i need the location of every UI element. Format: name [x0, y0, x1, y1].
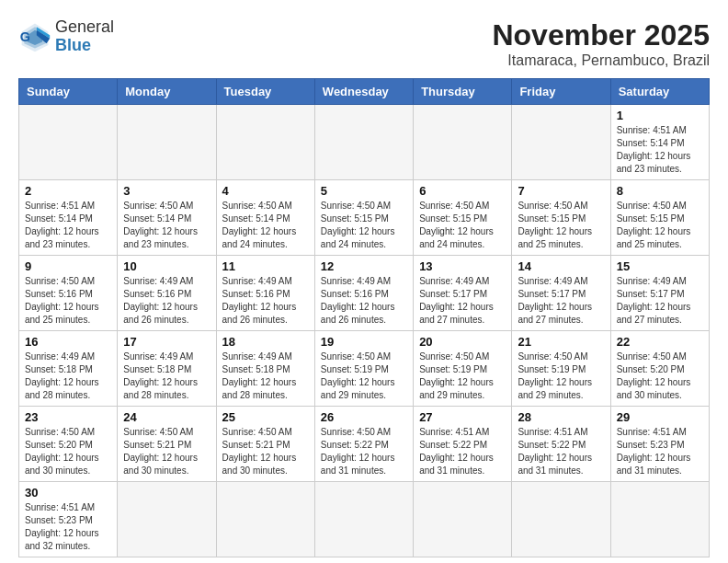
calendar-cell: [118, 482, 216, 557]
calendar-header-thursday: Thursday: [414, 79, 512, 105]
calendar-cell: [216, 105, 314, 180]
page-subtitle: Itamaraca, Pernambuco, Brazil: [492, 52, 710, 69]
calendar-cell: 22Sunrise: 4:50 AM Sunset: 5:20 PM Dayli…: [610, 331, 709, 407]
calendar-cell: [610, 482, 709, 557]
day-number: 5: [321, 184, 407, 198]
day-info: Sunrise: 4:50 AM Sunset: 5:14 PM Dayligh…: [222, 200, 309, 251]
day-info: Sunrise: 4:49 AM Sunset: 5:17 PM Dayligh…: [518, 275, 604, 327]
day-number: 17: [123, 335, 210, 349]
calendar-header-friday: Friday: [512, 79, 610, 105]
calendar-week-6: 30Sunrise: 4:51 AM Sunset: 5:23 PM Dayli…: [19, 482, 710, 557]
day-number: 27: [419, 410, 506, 424]
calendar-week-5: 23Sunrise: 4:50 AM Sunset: 5:20 PM Dayli…: [19, 407, 710, 482]
logo-general: General: [55, 18, 114, 37]
day-info: Sunrise: 4:51 AM Sunset: 5:22 PM Dayligh…: [518, 426, 604, 477]
day-info: Sunrise: 4:50 AM Sunset: 5:15 PM Dayligh…: [617, 200, 703, 251]
calendar-week-1: 1Sunrise: 4:51 AM Sunset: 5:14 PM Daylig…: [19, 105, 710, 180]
calendar-cell: 18Sunrise: 4:49 AM Sunset: 5:18 PM Dayli…: [216, 331, 314, 407]
calendar-cell: [314, 105, 413, 180]
day-info: Sunrise: 4:49 AM Sunset: 5:16 PM Dayligh…: [222, 275, 309, 327]
day-number: 22: [617, 335, 703, 349]
day-info: Sunrise: 4:50 AM Sunset: 5:21 PM Dayligh…: [222, 426, 309, 477]
day-number: 1: [617, 109, 703, 122]
day-number: 12: [321, 259, 407, 273]
calendar-cell: [512, 105, 610, 180]
calendar-cell: 16Sunrise: 4:49 AM Sunset: 5:18 PM Dayli…: [19, 331, 118, 407]
calendar-header-saturday: Saturday: [610, 79, 709, 105]
day-number: 23: [25, 410, 111, 424]
day-number: 30: [25, 486, 111, 500]
day-info: Sunrise: 4:50 AM Sunset: 5:19 PM Dayligh…: [419, 350, 506, 402]
day-number: 10: [123, 259, 210, 273]
day-number: 18: [222, 335, 309, 349]
calendar-table: SundayMondayTuesdayWednesdayThursdayFrid…: [18, 78, 710, 557]
calendar-cell: 26Sunrise: 4:50 AM Sunset: 5:22 PM Dayli…: [314, 407, 413, 482]
calendar-cell: 23Sunrise: 4:50 AM Sunset: 5:20 PM Dayli…: [19, 407, 118, 482]
calendar-cell: [414, 482, 512, 557]
day-number: 14: [518, 259, 604, 273]
calendar-cell: 19Sunrise: 4:50 AM Sunset: 5:19 PM Dayli…: [314, 331, 413, 407]
logo: G General Blue: [18, 18, 114, 55]
day-info: Sunrise: 4:50 AM Sunset: 5:20 PM Dayligh…: [25, 426, 111, 477]
day-number: 16: [25, 335, 111, 349]
day-info: Sunrise: 4:51 AM Sunset: 5:14 PM Dayligh…: [617, 124, 703, 176]
day-number: 13: [419, 259, 506, 273]
day-number: 7: [518, 184, 604, 198]
day-info: Sunrise: 4:50 AM Sunset: 5:19 PM Dayligh…: [321, 350, 407, 402]
calendar-cell: 11Sunrise: 4:49 AM Sunset: 5:16 PM Dayli…: [216, 256, 314, 331]
calendar-cell: 8Sunrise: 4:50 AM Sunset: 5:15 PM Daylig…: [610, 180, 709, 256]
day-info: Sunrise: 4:50 AM Sunset: 5:22 PM Dayligh…: [321, 426, 407, 477]
svg-text:G: G: [20, 29, 30, 44]
calendar-cell: 14Sunrise: 4:49 AM Sunset: 5:17 PM Dayli…: [512, 256, 610, 331]
calendar-cell: 10Sunrise: 4:49 AM Sunset: 5:16 PM Dayli…: [118, 256, 216, 331]
day-info: Sunrise: 4:49 AM Sunset: 5:16 PM Dayligh…: [123, 275, 210, 327]
calendar-cell: 3Sunrise: 4:50 AM Sunset: 5:14 PM Daylig…: [118, 180, 216, 256]
calendar-cell: 1Sunrise: 4:51 AM Sunset: 5:14 PM Daylig…: [610, 105, 709, 180]
day-number: 11: [222, 259, 309, 273]
day-info: Sunrise: 4:51 AM Sunset: 5:14 PM Dayligh…: [25, 200, 111, 251]
day-number: 3: [123, 184, 210, 198]
day-info: Sunrise: 4:50 AM Sunset: 5:15 PM Dayligh…: [419, 200, 506, 251]
day-number: 20: [419, 335, 506, 349]
day-number: 9: [25, 259, 111, 273]
day-number: 4: [222, 184, 309, 198]
day-number: 21: [518, 335, 604, 349]
calendar-cell: 13Sunrise: 4:49 AM Sunset: 5:17 PM Dayli…: [414, 256, 512, 331]
calendar-header-sunday: Sunday: [19, 79, 118, 105]
calendar-cell: 20Sunrise: 4:50 AM Sunset: 5:19 PM Dayli…: [414, 331, 512, 407]
day-info: Sunrise: 4:50 AM Sunset: 5:14 PM Dayligh…: [123, 200, 210, 251]
day-number: 19: [321, 335, 407, 349]
page-title: November 2025: [492, 18, 710, 52]
calendar-header-monday: Monday: [118, 79, 216, 105]
calendar-week-3: 9Sunrise: 4:50 AM Sunset: 5:16 PM Daylig…: [19, 256, 710, 331]
day-info: Sunrise: 4:50 AM Sunset: 5:16 PM Dayligh…: [25, 275, 111, 327]
day-number: 29: [617, 410, 703, 424]
calendar-cell: 28Sunrise: 4:51 AM Sunset: 5:22 PM Dayli…: [512, 407, 610, 482]
calendar-cell: [512, 482, 610, 557]
day-info: Sunrise: 4:49 AM Sunset: 5:18 PM Dayligh…: [222, 350, 309, 402]
day-info: Sunrise: 4:50 AM Sunset: 5:19 PM Dayligh…: [518, 350, 604, 402]
calendar-cell: [216, 482, 314, 557]
calendar-header-tuesday: Tuesday: [216, 79, 314, 105]
day-number: 15: [617, 259, 703, 273]
calendar-header-wednesday: Wednesday: [314, 79, 413, 105]
calendar-cell: 5Sunrise: 4:50 AM Sunset: 5:15 PM Daylig…: [314, 180, 413, 256]
day-number: 6: [419, 184, 506, 198]
day-info: Sunrise: 4:50 AM Sunset: 5:21 PM Dayligh…: [123, 426, 210, 477]
day-info: Sunrise: 4:50 AM Sunset: 5:15 PM Dayligh…: [518, 200, 604, 251]
day-number: 24: [123, 410, 210, 424]
title-block: November 2025 Itamaraca, Pernambuco, Bra…: [492, 18, 710, 69]
day-number: 8: [617, 184, 703, 198]
page-header: G General Blue November 2025 Itamaraca, …: [18, 18, 710, 69]
calendar-cell: 12Sunrise: 4:49 AM Sunset: 5:16 PM Dayli…: [314, 256, 413, 331]
calendar-cell: 6Sunrise: 4:50 AM Sunset: 5:15 PM Daylig…: [414, 180, 512, 256]
calendar-cell: 24Sunrise: 4:50 AM Sunset: 5:21 PM Dayli…: [118, 407, 216, 482]
day-number: 2: [25, 184, 111, 198]
day-info: Sunrise: 4:51 AM Sunset: 5:23 PM Dayligh…: [617, 426, 703, 477]
calendar-cell: 15Sunrise: 4:49 AM Sunset: 5:17 PM Dayli…: [610, 256, 709, 331]
calendar-cell: 29Sunrise: 4:51 AM Sunset: 5:23 PM Dayli…: [610, 407, 709, 482]
day-info: Sunrise: 4:50 AM Sunset: 5:15 PM Dayligh…: [321, 200, 407, 251]
logo-blue: Blue: [55, 37, 114, 55]
calendar-cell: 30Sunrise: 4:51 AM Sunset: 5:23 PM Dayli…: [19, 482, 118, 557]
calendar-cell: [314, 482, 413, 557]
